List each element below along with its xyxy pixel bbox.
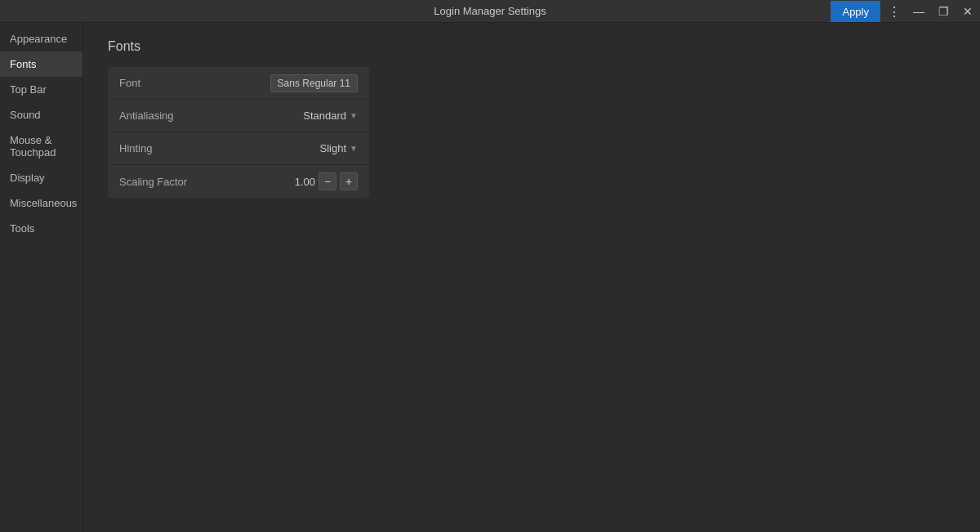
sidebar-item-display[interactable]: Display <box>0 165 82 190</box>
restore-button[interactable]: ❐ <box>931 0 956 23</box>
scaling-factor-increase-button[interactable]: + <box>340 172 358 190</box>
fonts-settings-panel: Font Sans Regular 11 Antialiasing Standa… <box>108 67 369 198</box>
sidebar-item-miscellaneous[interactable]: Miscellaneous <box>0 190 82 216</box>
scaling-factor-label: Scaling Factor <box>119 176 187 188</box>
titlebar: Login Manager Settings Apply ⋮ — ❐ ✕ <box>0 0 980 23</box>
titlebar-title: Login Manager Settings <box>434 5 546 17</box>
antialiasing-value: Standard <box>303 110 346 122</box>
close-button[interactable]: ✕ <box>956 0 980 23</box>
section-title: Fonts <box>108 39 956 54</box>
hinting-value: Slight <box>320 142 347 154</box>
antialiasing-dropdown-arrow: ▼ <box>350 111 358 120</box>
content-area: Fonts Font Sans Regular 11 Antialiasing … <box>83 23 980 532</box>
scaling-factor-value: 1.00 <box>287 176 315 188</box>
font-picker-button[interactable]: Sans Regular 11 <box>270 74 358 92</box>
font-setting-row: Font Sans Regular 11 <box>108 67 369 100</box>
antialiasing-label: Antialiasing <box>119 110 174 122</box>
sidebar-item-mouse-touchpad[interactable]: Mouse & Touchpad <box>0 127 82 165</box>
antialiasing-setting-row: Antialiasing Standard ▼ <box>108 100 369 132</box>
sidebar-item-appearance[interactable]: Appearance <box>0 26 82 51</box>
minimize-button[interactable]: — <box>906 0 931 23</box>
sidebar-item-sound[interactable]: Sound <box>0 102 82 127</box>
scaling-factor-setting-row: Scaling Factor 1.00 − + <box>108 165 369 198</box>
hinting-value-container[interactable]: Slight ▼ <box>320 142 358 154</box>
titlebar-controls: Apply ⋮ — ❐ ✕ <box>831 0 980 23</box>
more-options-button[interactable]: ⋮ <box>882 0 906 23</box>
font-label: Font <box>119 77 140 89</box>
apply-button[interactable]: Apply <box>831 1 880 22</box>
font-value-container: Sans Regular 11 <box>270 74 358 92</box>
hinting-setting-row: Hinting Slight ▼ <box>108 132 369 165</box>
sidebar-item-fonts[interactable]: Fonts <box>0 51 82 77</box>
hinting-label: Hinting <box>119 142 152 154</box>
scaling-factor-decrease-button[interactable]: − <box>318 172 336 190</box>
main-layout: Appearance Fonts Top Bar Sound Mouse & T… <box>0 23 980 532</box>
antialiasing-value-container[interactable]: Standard ▼ <box>303 110 358 122</box>
sidebar: Appearance Fonts Top Bar Sound Mouse & T… <box>0 23 83 532</box>
sidebar-item-tools[interactable]: Tools <box>0 216 82 241</box>
scaling-factor-value-container: 1.00 − + <box>287 172 358 190</box>
hinting-dropdown-arrow: ▼ <box>350 144 358 153</box>
sidebar-item-top-bar[interactable]: Top Bar <box>0 77 82 102</box>
